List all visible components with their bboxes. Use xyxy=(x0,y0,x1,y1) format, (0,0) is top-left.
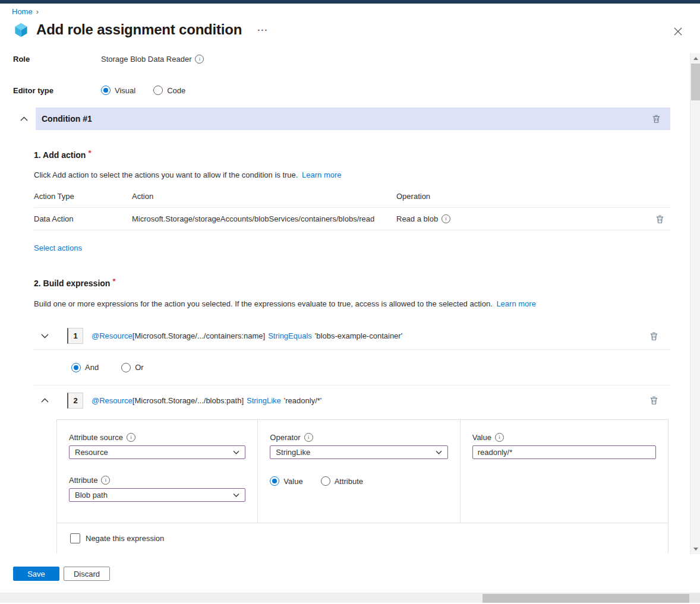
portal-top-bar xyxy=(0,0,700,4)
operator-label: Operator xyxy=(270,433,447,442)
breadcrumb-home-link[interactable]: Home xyxy=(12,7,33,16)
expression-operator-link[interactable]: StringLike xyxy=(247,396,281,405)
radio-option-attribute[interactable]: Attribute xyxy=(321,476,363,486)
add-action-description: Click Add action to select the actions y… xyxy=(34,170,670,179)
expression-operator-link[interactable]: StringEquals xyxy=(268,331,312,340)
chevron-down-icon xyxy=(233,493,239,497)
dropdown-value: Resource xyxy=(75,448,108,457)
cell-action-type: Data Action xyxy=(34,214,132,223)
required-asterisk: * xyxy=(112,277,115,286)
attribute-source-column: Attribute source Resource Attribute Blob… xyxy=(57,420,258,523)
expression-editor-columns: Attribute source Resource Attribute Blob… xyxy=(57,420,668,523)
collapse-expression-2-button[interactable] xyxy=(40,397,50,404)
add-action-heading: 1. Add action* xyxy=(34,150,670,160)
editor-type-field: Editor type Visual Code xyxy=(13,86,185,95)
expression-path: [Microsoft.Storage/.../blobs:path] xyxy=(133,396,244,405)
expression-source-link[interactable]: @Resource xyxy=(92,396,133,405)
negate-label: Negate this expression xyxy=(86,534,164,543)
value-input[interactable] xyxy=(472,445,656,459)
expand-expression-1-button[interactable] xyxy=(40,333,50,340)
scroll-up-button[interactable] xyxy=(690,53,700,64)
chevron-down-icon xyxy=(41,334,49,339)
radio-and-label: And xyxy=(85,363,99,372)
radio-option-code[interactable]: Code xyxy=(153,86,185,95)
breadcrumb: Home › xyxy=(12,7,39,16)
radio-option-and[interactable]: And xyxy=(71,363,99,372)
delete-condition-button[interactable] xyxy=(651,113,662,125)
save-button[interactable]: Save xyxy=(13,567,59,581)
vertical-scrollbar-thumb[interactable] xyxy=(691,64,700,100)
radio-icon xyxy=(321,476,330,486)
trash-icon xyxy=(652,114,661,124)
breadcrumb-separator: › xyxy=(36,7,39,16)
delete-action-button[interactable] xyxy=(654,213,666,225)
description-text: Click Add action to select the actions y… xyxy=(34,170,298,179)
learn-more-link[interactable]: Learn more xyxy=(496,299,535,308)
delete-expression-2-button[interactable] xyxy=(648,394,660,406)
condition-title: Condition #1 xyxy=(42,114,651,124)
page-header: Add role assignment condition ··· xyxy=(13,21,270,38)
expression-index: 2 xyxy=(67,393,83,409)
chevron-up-icon xyxy=(41,398,49,403)
radio-icon xyxy=(153,86,163,95)
radio-option-or[interactable]: Or xyxy=(121,363,143,372)
label-text: Attribute source xyxy=(69,433,123,442)
info-icon[interactable] xyxy=(304,433,313,442)
add-role-assignment-condition-page: Home › Add role assignment condition ···… xyxy=(0,0,700,604)
expression-index: 1 xyxy=(67,328,83,344)
trash-icon xyxy=(655,214,664,224)
discard-button[interactable]: Discard xyxy=(64,567,110,581)
trash-icon xyxy=(649,396,658,405)
radio-selected-icon xyxy=(270,476,279,486)
cell-operation: Read a blob xyxy=(396,214,645,223)
learn-more-link[interactable]: Learn more xyxy=(302,170,341,179)
description-text: Build one or more expressions for the ac… xyxy=(34,299,493,308)
select-actions-link[interactable]: Select actions xyxy=(34,244,82,252)
attribute-source-label: Attribute source xyxy=(69,433,245,442)
delete-expression-1-button[interactable] xyxy=(648,330,660,342)
info-icon[interactable] xyxy=(127,433,135,442)
info-icon[interactable] xyxy=(495,433,504,442)
page-title: Add role assignment condition xyxy=(36,21,242,38)
expression-row-1: 1 @Resource[Microsoft.Storage/.../contai… xyxy=(34,322,670,350)
radio-selected-icon xyxy=(101,86,111,95)
horizontal-scrollbar[interactable] xyxy=(0,593,689,603)
role-value-text: Storage Blob Data Reader xyxy=(101,55,191,64)
expression-source-link[interactable]: @Resource xyxy=(92,331,133,340)
operator-dropdown[interactable]: StringLike xyxy=(270,445,447,459)
info-icon[interactable] xyxy=(195,55,204,64)
heading-text: 1. Add action xyxy=(34,150,86,160)
info-icon[interactable] xyxy=(442,214,450,223)
value-column: Value xyxy=(461,420,668,523)
expression-editor-panel: Attribute source Resource Attribute Blob… xyxy=(56,419,669,554)
attribute-dropdown[interactable]: Blob path xyxy=(69,488,245,502)
close-button[interactable] xyxy=(673,26,683,39)
attribute-label: Attribute xyxy=(69,476,245,485)
radio-code-label: Code xyxy=(167,86,185,95)
more-options-button[interactable]: ··· xyxy=(255,24,270,36)
radio-icon xyxy=(121,363,131,372)
scroll-down-button[interactable] xyxy=(690,544,700,554)
required-asterisk: * xyxy=(88,148,91,157)
close-icon xyxy=(674,27,682,36)
label-text: Operator xyxy=(270,433,300,442)
radio-value-label: Value xyxy=(283,477,302,486)
column-header-action: Action xyxy=(132,192,396,201)
attribute-source-dropdown[interactable]: Resource xyxy=(69,445,245,459)
cell-row-actions xyxy=(645,213,670,225)
horizontal-scrollbar-thumb[interactable] xyxy=(483,594,689,603)
editor-type-label: Editor type xyxy=(13,86,101,95)
expression-summary: @Resource[Microsoft.Storage/.../blobs:pa… xyxy=(92,396,321,405)
expression-summary: @Resource[Microsoft.Storage/.../containe… xyxy=(92,331,402,340)
trash-icon xyxy=(649,331,658,341)
collapse-condition-button[interactable] xyxy=(19,113,29,124)
radio-option-value[interactable]: Value xyxy=(270,476,302,486)
vertical-scrollbar[interactable] xyxy=(690,53,700,554)
condition-header[interactable]: Condition #1 xyxy=(36,107,670,130)
radio-option-visual[interactable]: Visual xyxy=(101,86,135,95)
expression-value: 'blobs-example-container' xyxy=(315,331,402,340)
chevron-down-icon xyxy=(233,450,239,454)
info-icon[interactable] xyxy=(101,476,110,485)
negate-checkbox[interactable] xyxy=(70,533,80,543)
negate-expression-row: Negate this expression xyxy=(57,523,668,554)
